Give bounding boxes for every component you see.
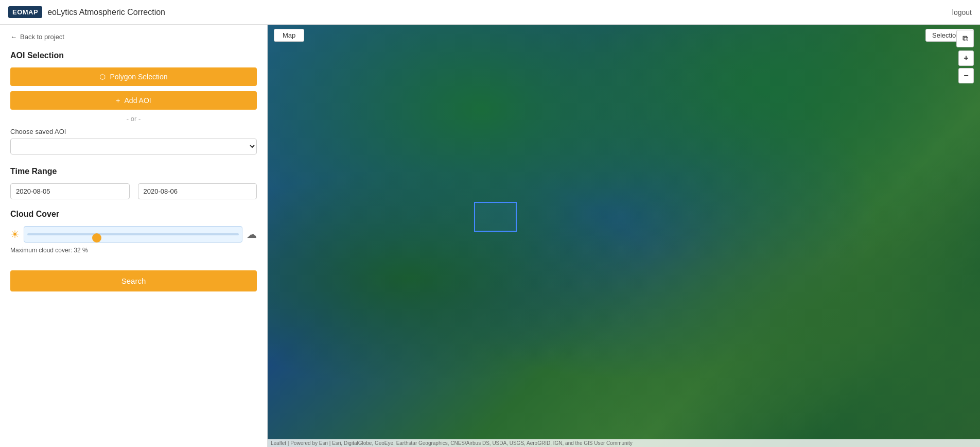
polygon-selection-button[interactable]: ⬡ Polygon Selection	[10, 67, 257, 86]
start-date-input[interactable]	[10, 183, 130, 199]
zoom-in-button[interactable]: +	[958, 50, 974, 66]
cloud-cover-row: ☀ ☁	[10, 226, 257, 243]
saved-aoi-label: Choose saved AOI	[10, 128, 257, 135]
saved-aoi-select[interactable]	[10, 139, 257, 154]
main-layout: ← Back to project AOI Selection ⬡ Polygo…	[0, 25, 980, 447]
logout-button[interactable]: logout	[952, 8, 972, 16]
back-to-project-label: Back to project	[20, 33, 64, 41]
map-top-bar: Map Selection: 0	[268, 25, 980, 46]
cloud-cover-slider-container	[24, 226, 242, 243]
logo: EOMAP	[8, 6, 42, 18]
polygon-icon: ⬡	[99, 73, 106, 81]
layer-button[interactable]: ⧉	[956, 30, 974, 47]
map-attribution: Leaflet | Powered by Esri | Esri, Digita…	[268, 439, 980, 447]
map-area[interactable]: Map Selection: 0 ⧉ + − Leaflet | Powered…	[268, 25, 980, 447]
end-date-input[interactable]	[138, 183, 257, 199]
cloud-cover-info: Maximum cloud cover: 32 %	[10, 247, 257, 254]
search-button[interactable]: Search	[10, 270, 257, 291]
aoi-rectangle	[474, 202, 517, 231]
arrow-left-icon: ←	[10, 33, 17, 41]
time-range-section: Time Range	[10, 167, 257, 199]
zoom-out-button[interactable]: −	[958, 68, 974, 83]
header-left: EOMAP eoLytics Atmospheric Correction	[8, 6, 165, 18]
map-background	[268, 25, 980, 447]
layer-control: ⧉	[956, 30, 974, 47]
cloud-cover-section: Cloud Cover ☀ ☁ Maximum cloud cover: 32 …	[10, 210, 257, 254]
cloud-cover-title: Cloud Cover	[10, 210, 257, 219]
left-panel: ← Back to project AOI Selection ⬡ Polygo…	[0, 25, 268, 447]
app-header: EOMAP eoLytics Atmospheric Correction lo…	[0, 0, 980, 25]
aoi-section-title: AOI Selection	[10, 51, 257, 60]
sun-icon: ☀	[10, 228, 20, 240]
date-inputs	[10, 183, 257, 199]
add-aoi-button[interactable]: + Add AOI	[10, 91, 257, 110]
back-to-project-link[interactable]: ← Back to project	[10, 33, 257, 41]
cloud-cover-slider[interactable]	[27, 233, 239, 235]
or-divider: - or -	[10, 115, 257, 123]
polygon-selection-label: Polygon Selection	[110, 73, 167, 81]
add-aoi-label: Add AOI	[125, 96, 151, 105]
time-range-title: Time Range	[10, 167, 257, 176]
map-tab-button[interactable]: Map	[274, 29, 304, 42]
plus-icon: +	[116, 96, 120, 105]
cloud-icon: ☁	[247, 228, 257, 240]
map-controls: + −	[958, 50, 974, 83]
app-title: eoLytics Atmospheric Correction	[47, 8, 165, 17]
aoi-section: AOI Selection ⬡ Polygon Selection + Add …	[10, 51, 257, 154]
